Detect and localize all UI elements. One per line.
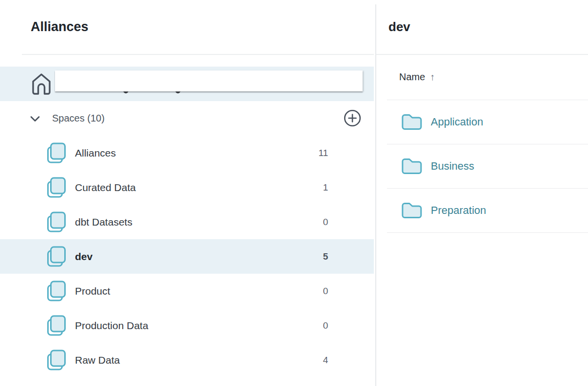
- name-column-label: Name: [399, 71, 425, 83]
- right-panel-title: dev: [388, 0, 410, 53]
- space-icon: [46, 315, 67, 337]
- space-row[interactable]: dbt Datasets 0: [0, 205, 374, 239]
- folder-name-link[interactable]: Application: [431, 116, 483, 128]
- space-row[interactable]: Production Data 0: [0, 308, 374, 343]
- folder-row[interactable]: Business: [387, 144, 588, 188]
- add-space-button[interactable]: [343, 109, 362, 127]
- space-dataset-count: 0: [323, 217, 328, 228]
- spaces-tree: Spaces (10) Allianc: [0, 67, 374, 377]
- space-dataset-count: 4: [323, 355, 328, 366]
- name-column-header[interactable]: Name ↑: [399, 54, 435, 99]
- folder-icon: [401, 201, 423, 220]
- redaction-overlay: [55, 70, 363, 91]
- spaces-sidebar: Alliances Spaces (10): [0, 0, 375, 386]
- folder-name-link[interactable]: Preparation: [431, 204, 486, 217]
- folder-name-link[interactable]: Business: [431, 160, 474, 173]
- space-contents-panel: dev Name ↑ Application Business: [376, 0, 588, 386]
- space-name: Product: [75, 285, 110, 297]
- space-name: Curated Data: [75, 182, 136, 193]
- space-row[interactable]: dev 5: [0, 239, 374, 274]
- space-icon: [46, 246, 67, 268]
- left-panel-title: Alliances: [31, 0, 89, 53]
- space-dataset-count: 11: [318, 148, 328, 158]
- space-icon: [46, 211, 67, 233]
- space-name: Raw Data: [75, 354, 120, 366]
- space-icon: [46, 176, 67, 199]
- folder-icon: [401, 113, 423, 131]
- space-row[interactable]: Curated Data 1: [0, 170, 374, 205]
- folder-list: Application Business Preparation: [387, 100, 588, 233]
- home-space-row[interactable]: [0, 67, 374, 101]
- left-title-divider: [22, 54, 374, 55]
- space-icon: [46, 349, 67, 371]
- space-name: Production Data: [75, 320, 148, 332]
- space-icon: [46, 142, 67, 164]
- space-name: dev: [75, 251, 92, 263]
- folder-row[interactable]: Preparation: [387, 188, 588, 232]
- spaces-list: Alliances 11 Curated Data 1: [0, 136, 374, 377]
- space-name: Alliances: [75, 147, 116, 159]
- folder-icon: [401, 157, 423, 175]
- folder-row[interactable]: Application: [387, 100, 588, 144]
- space-dataset-count: 5: [323, 251, 328, 262]
- home-icon: [31, 73, 52, 95]
- space-row[interactable]: Alliances 11: [0, 136, 374, 170]
- sort-ascending-icon: ↑: [430, 71, 435, 83]
- space-dataset-count: 1: [323, 182, 328, 193]
- space-dataset-count: 0: [323, 286, 328, 297]
- spaces-group-header[interactable]: Spaces (10): [0, 101, 374, 136]
- space-icon: [46, 280, 67, 302]
- space-row[interactable]: Product 0: [0, 274, 374, 308]
- spaces-group-label: Spaces (10): [52, 113, 105, 124]
- chevron-down-icon[interactable]: [28, 112, 42, 125]
- space-name: dbt Datasets: [75, 216, 132, 228]
- space-row[interactable]: Raw Data 4: [0, 343, 374, 377]
- space-dataset-count: 0: [323, 320, 328, 331]
